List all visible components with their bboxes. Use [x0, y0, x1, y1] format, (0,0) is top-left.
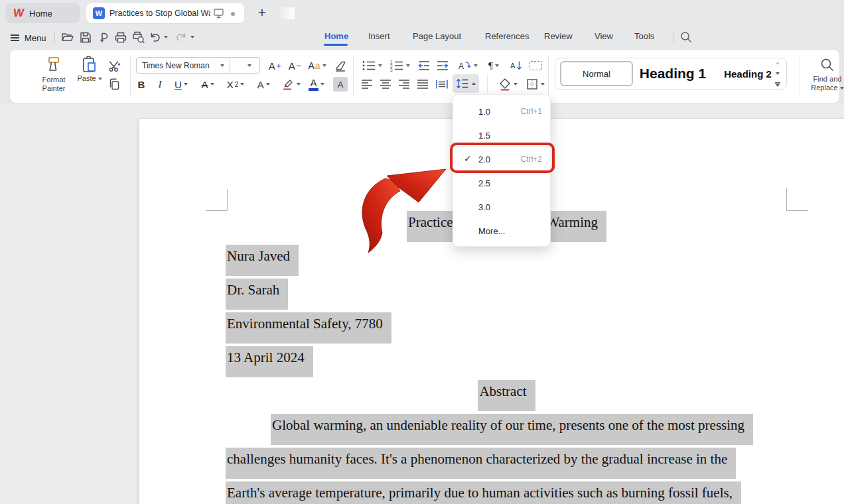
styles-scroll-down[interactable]: [776, 72, 780, 75]
distributed-button[interactable]: [433, 76, 451, 93]
sort-icon: A: [510, 60, 523, 72]
doc-date-line[interactable]: 13 April 2024: [226, 346, 313, 377]
font-color-caret: [320, 83, 324, 86]
margin-mark-right-vertical: [786, 188, 787, 210]
justify-button[interactable]: [414, 76, 431, 93]
align-center-button[interactable]: [377, 76, 394, 93]
sort-button[interactable]: A: [507, 57, 526, 74]
home-tab[interactable]: W Home: [5, 3, 80, 23]
strikethrough-button[interactable]: A: [196, 76, 219, 93]
paste-caret: [98, 78, 102, 80]
copy-button[interactable]: [106, 77, 122, 92]
superscript-base: X: [227, 79, 234, 90]
decrease-indent-button[interactable]: [415, 57, 433, 74]
printer-icon: [114, 31, 127, 44]
format-painter-icon: [44, 56, 63, 76]
open-folder-icon: [61, 31, 74, 43]
show-marks-button[interactable]: [527, 58, 544, 73]
text-effects-caret: [266, 83, 270, 86]
tab-page-layout[interactable]: Page Layout: [413, 31, 461, 41]
font-color-button[interactable]: A: [305, 76, 328, 93]
undo-button[interactable]: [149, 29, 162, 45]
styles-gallery-scroller: [770, 60, 786, 89]
tab-insert[interactable]: Insert: [368, 31, 390, 41]
font-name-combobox[interactable]: Times New Roman: [136, 57, 260, 74]
menu-item-2-5[interactable]: 2.5: [453, 171, 550, 195]
font-size-caret[interactable]: [247, 64, 251, 67]
style-normal[interactable]: Normal: [560, 61, 633, 86]
character-shading-button[interactable]: A: [333, 77, 348, 92]
export-pdf-button[interactable]: [96, 29, 111, 45]
tab-references[interactable]: References: [485, 31, 529, 41]
doc-course-line[interactable]: Environmental Safety, 7780: [226, 312, 391, 344]
style-heading-1[interactable]: Heading 1: [636, 60, 710, 88]
doc-abstract-heading[interactable]: Abstract: [227, 380, 786, 411]
menu-item-more[interactable]: More...: [453, 219, 550, 243]
bullet-list-button[interactable]: [360, 57, 384, 74]
home-tab-label: Home: [29, 9, 52, 19]
menu-item-3-0[interactable]: 3.0: [453, 195, 550, 219]
open-button[interactable]: [60, 29, 76, 45]
print-preview-button[interactable]: [130, 29, 146, 45]
doc-instructor-line[interactable]: Dr. Sarah: [226, 279, 288, 310]
find-replace-button[interactable]: Find and Replace: [807, 54, 844, 99]
tab-review[interactable]: Review: [544, 31, 573, 41]
text-direction-button[interactable]: A: [454, 57, 480, 74]
format-painter-button[interactable]: Format Painter: [35, 54, 73, 98]
styles-gallery-expand[interactable]: [775, 82, 780, 87]
shrink-font-letter: A: [289, 60, 295, 72]
doc-body-line[interactable]: Earth's average temperature, primarily d…: [226, 481, 741, 504]
print-button[interactable]: [113, 29, 129, 45]
menu-item-1-0[interactable]: 1.0 Ctrl+1: [453, 99, 550, 123]
search-commands-button[interactable]: [678, 29, 694, 45]
shading-button[interactable]: [495, 76, 520, 93]
numbered-list-caret: [406, 64, 410, 67]
find-replace-label-1: Find and: [813, 75, 842, 84]
menu-item-shortcut: Ctrl+1: [521, 107, 542, 116]
borders-button[interactable]: [523, 76, 547, 93]
line-spacing-button[interactable]: [453, 74, 479, 93]
case-upper-letter: A: [308, 60, 314, 71]
menu-button[interactable]: Menu: [11, 29, 46, 46]
svg-text:A: A: [458, 62, 464, 71]
undo-dropdown-caret[interactable]: [164, 36, 168, 38]
copy-icon: [107, 78, 121, 91]
italic-button[interactable]: I: [151, 76, 169, 93]
align-left-button[interactable]: [358, 76, 376, 93]
increase-font-button[interactable]: A +: [265, 57, 284, 74]
superscript-button[interactable]: X 2: [223, 76, 248, 93]
bullet-list-caret: [378, 64, 382, 67]
toolbar-more-caret[interactable]: [190, 36, 194, 38]
tab-view[interactable]: View: [595, 31, 613, 41]
bold-button[interactable]: B: [133, 76, 150, 93]
paste-button[interactable]: Paste: [74, 54, 105, 98]
char-shading-glyph: A: [338, 80, 344, 90]
new-tab-button[interactable]: +: [254, 4, 270, 21]
group-divider: [548, 56, 549, 97]
increase-indent-button[interactable]: [434, 57, 451, 74]
numbered-list-button[interactable]: 1 2 3: [387, 57, 411, 74]
font-color-swatch: [309, 88, 318, 91]
doc-body-line[interactable]: Global warming, an undeniable reality of…: [271, 414, 753, 445]
find-replace-caret: [840, 87, 844, 90]
align-right-button[interactable]: [395, 76, 413, 93]
cut-button[interactable]: [106, 58, 122, 73]
doc-author-line[interactable]: Nura Javed: [226, 245, 299, 276]
styles-scroll-up[interactable]: [776, 62, 780, 64]
paragraph-mark-button[interactable]: ¶: [483, 57, 504, 74]
text-effects-button[interactable]: A: [252, 76, 275, 93]
redo-icon: [175, 31, 187, 43]
decrease-font-button[interactable]: A −: [285, 57, 304, 74]
document-tab[interactable]: W Practices to Stop Global Warmi: [86, 3, 244, 23]
tab-home[interactable]: Home: [324, 31, 348, 41]
outdent-icon: [417, 60, 431, 72]
clear-format-button[interactable]: [332, 57, 349, 74]
doc-body-line[interactable]: challenges humanity faces. It's a phenom…: [226, 448, 736, 479]
redo-button[interactable]: [173, 29, 188, 45]
tab-tools[interactable]: Tools: [634, 31, 654, 41]
change-case-button[interactable]: A a: [305, 57, 329, 74]
underline-button[interactable]: U: [170, 76, 192, 93]
highlight-color-button[interactable]: [279, 76, 303, 93]
grow-font-letter: A: [269, 60, 275, 72]
save-button[interactable]: [78, 29, 94, 45]
